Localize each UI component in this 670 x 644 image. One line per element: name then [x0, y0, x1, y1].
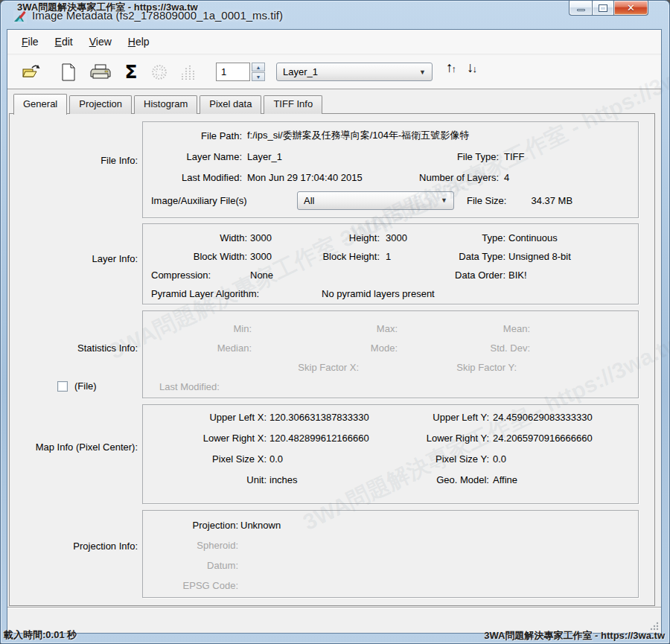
close-icon: ✕: [627, 3, 635, 13]
data-order-value: BIK!: [505, 270, 527, 281]
pixel-size-y-value: 0.0: [489, 453, 506, 465]
client-area: File Edit View Help: [7, 29, 662, 634]
upper-left-x-value: 120.306631387833330: [267, 412, 396, 423]
spin-up-button[interactable]: ▲: [252, 63, 265, 71]
mean-label: Mean:: [435, 323, 530, 334]
sigma-icon: Σ: [124, 63, 137, 81]
menu-help[interactable]: Help: [120, 33, 158, 51]
tab-pixel-data[interactable]: Pixel data: [200, 95, 261, 114]
print-button[interactable]: [89, 60, 112, 84]
num-layers-label: Number of Layers:: [409, 172, 502, 183]
pixel-size-x-label: Pixel Size X:: [143, 453, 267, 465]
stats-file-checkbox[interactable]: [57, 381, 68, 392]
statistics-info-group: Min: Max: Mean: Median: Mode: Std. Dev: …: [142, 310, 639, 398]
file-type-value: TIFF: [502, 151, 524, 162]
layer-up-icon-small: ↑: [452, 64, 457, 74]
lower-right-x-label: Lower Right X:: [143, 433, 267, 444]
layer-name-row: Layer Name: Layer_1 File Type: TIFF: [143, 146, 638, 167]
pixel-size-x-value: 0.0: [267, 453, 396, 465]
map-info-label: Map Info (Pixel Center):: [10, 441, 138, 453]
menu-file[interactable]: File: [13, 33, 47, 51]
layer-select[interactable]: Layer_1 ▼: [276, 63, 433, 81]
width-label: Width:: [143, 232, 247, 243]
median-label: Median:: [143, 342, 252, 354]
menu-edit[interactable]: Edit: [47, 33, 81, 51]
compression-row: Compression: None Data Order: BIK!: [143, 266, 638, 284]
max-label: Max:: [289, 323, 398, 334]
last-modified-row: Last Modified: Mon Jun 29 17:04:40 2015 …: [143, 167, 638, 188]
last-modified-value: Mon Jun 29 17:04:40 2015: [245, 172, 409, 183]
stats-row-1: Min: Max: Mean:: [143, 319, 638, 338]
layer-up-button[interactable]: ↑ ↑: [446, 60, 456, 84]
statistics-button[interactable]: Σ: [121, 60, 141, 84]
type-label: Type:: [421, 232, 505, 243]
titlebar[interactable]: Image Metadata (fs2_178809000_1a_0001_ms…: [1, 1, 669, 29]
tab-general[interactable]: General: [13, 94, 67, 115]
open-file-button[interactable]: [20, 60, 42, 84]
tab-strip: General Projection Histogram Pixel data …: [13, 94, 325, 114]
map-row-2: Lower Right X: 120.482899612166660 Lower…: [143, 427, 638, 448]
stats-row-2: Median: Mode: Std. Dev:: [143, 338, 638, 357]
map-row-3: Pixel Size X: 0.0 Pixel Size Y: 0.0: [143, 448, 638, 469]
tab-tiff-info[interactable]: TIFF Info: [264, 95, 322, 114]
block-width-label: Block Width:: [143, 251, 247, 262]
layer-info-group: Width: 3000 Height: 3000 Type: Continuou…: [142, 223, 639, 305]
layer-name-value: Layer_1: [245, 151, 409, 162]
layer-down-icon-small: ↓: [473, 64, 478, 74]
height-label: Height:: [289, 232, 380, 243]
unit-value: inches: [267, 474, 396, 485]
map-row-1: Upper Left X: 120.306631387833330 Upper …: [143, 407, 638, 427]
skip-factor-x-label: Skip Factor X:: [143, 362, 359, 373]
tab-projection[interactable]: Projection: [69, 95, 132, 114]
stats-last-modified-row: Last Modified:: [143, 377, 638, 396]
maximize-icon: [599, 5, 607, 11]
epsg-code-label: EPSG Code:: [143, 580, 238, 591]
pyramid-value: No pyramid layers present: [322, 288, 435, 299]
minimize-button[interactable]: [569, 1, 592, 16]
map-row-4: Unit: inches Geo. Model: Affine: [143, 469, 638, 490]
spin-down-button[interactable]: ▼: [252, 72, 265, 81]
upper-left-y-label: Upper Left Y:: [396, 412, 489, 423]
maximize-button[interactable]: [592, 1, 613, 16]
geo-model-value: Affine: [489, 474, 517, 485]
data-type-label: Data Type:: [421, 251, 505, 262]
toolbar: Σ 1 ▲ ▼: [7, 55, 661, 89]
datum-row: Datum:: [143, 555, 638, 576]
printer-icon: [90, 63, 111, 81]
aux-files-label: Image/Auxiliary File(s): [143, 195, 297, 206]
block-row: Block Width: 3000 Block Height: 1 Data T…: [143, 247, 638, 266]
tab-histogram[interactable]: Histogram: [134, 95, 197, 114]
epsg-row: EPSG Code:: [143, 576, 638, 596]
file-size-label: File Size:: [465, 195, 506, 206]
dotted-histogram-icon: [179, 63, 197, 81]
lower-right-y-label: Lower Right Y:: [396, 433, 489, 444]
file-path-value: f:/ips_si/委辦案及任務導向案/104年-福衛五號影像特: [245, 129, 638, 142]
aux-files-select-value: All: [304, 195, 436, 206]
pyramid-label: Pyramid Layer Algorithm:: [143, 288, 313, 299]
menu-view[interactable]: View: [81, 33, 120, 51]
status-bar: [7, 607, 661, 633]
upper-left-y-value: 24.4590629083333330: [489, 412, 593, 423]
layer-info-label: Layer Info:: [10, 253, 138, 264]
spin-down-icon: ▼: [256, 74, 261, 80]
lower-right-y-value: 24.2065970916666660: [489, 433, 593, 444]
resize-grip[interactable]: [649, 621, 660, 631]
window-controls: ✕: [569, 1, 648, 16]
type-value: Continuous: [505, 232, 558, 243]
lower-right-x-value: 120.482899612166660: [267, 433, 396, 444]
file-info-label: File Info:: [10, 155, 138, 166]
datum-label: Datum:: [143, 560, 238, 571]
block-width-value: 3000: [247, 251, 289, 262]
new-file-button[interactable]: [57, 60, 80, 84]
close-button[interactable]: ✕: [613, 1, 648, 16]
layer-number-input[interactable]: 1: [216, 63, 250, 81]
layer-down-button[interactable]: ↓ ↓: [467, 60, 477, 84]
minimize-icon: [577, 9, 585, 11]
block-height-value: 1: [380, 251, 421, 262]
compression-label: Compression:: [143, 270, 247, 281]
mode-label: Mode:: [289, 342, 398, 354]
block-height-label: Block Height:: [289, 251, 380, 262]
layer-name-label: Layer Name:: [143, 151, 245, 162]
file-type-label: File Type:: [409, 151, 502, 162]
aux-files-select[interactable]: All ▼: [297, 191, 454, 210]
